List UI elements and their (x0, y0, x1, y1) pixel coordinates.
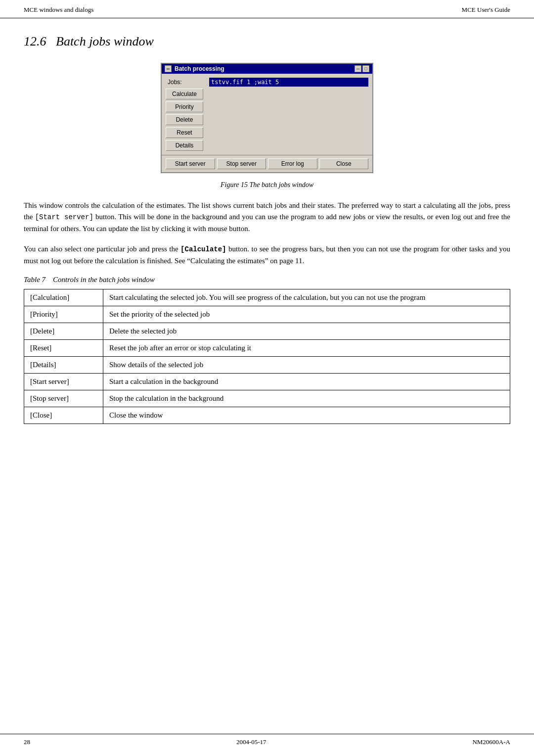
stop-server-button[interactable]: Stop server (217, 158, 267, 169)
calculate-ref: [Calculate] (180, 245, 226, 253)
header-left: MCE windows and dialogs (24, 6, 93, 14)
control-cell: [Details] (24, 357, 103, 374)
dialog-wrapper: ═ Batch processing ─ □ Jobs: (24, 63, 510, 173)
dialog-title: Batch processing (175, 65, 224, 72)
control-cell: [Reset] (24, 340, 103, 357)
control-cell: [Close] (24, 407, 103, 424)
paragraph-2: You can also select one particular job a… (24, 243, 510, 267)
desc-cell: Set the priority of the selected job (103, 306, 510, 323)
control-cell: [Delete] (24, 323, 103, 340)
maximize-button[interactable]: □ (362, 65, 369, 72)
reset-button[interactable]: Reset (166, 127, 203, 138)
table-row: [Priority] Set the priority of the selec… (24, 306, 510, 323)
table-row: [Calculation] Start calculating the sele… (24, 289, 510, 306)
details-button[interactable]: Details (166, 140, 203, 151)
dialog-footer: Start server Stop server Error log Close (162, 155, 372, 172)
priority-button[interactable]: Priority (166, 101, 203, 112)
controls-table: [Calculation] Start calculating the sele… (24, 289, 510, 424)
table-caption-prefix: Table 7 (24, 276, 45, 284)
close-button[interactable]: Close (319, 158, 369, 169)
desc-cell: Close the window (103, 407, 510, 424)
paragraph-1: This window controls the calculation of … (24, 200, 510, 235)
titlebar-left: ═ Batch processing (165, 65, 224, 72)
table-body: [Calculation] Start calculating the sele… (24, 289, 510, 424)
dialog-window: ═ Batch processing ─ □ Jobs: (161, 63, 373, 173)
desc-cell: Start a calculation in the background (103, 374, 510, 390)
desc-cell: Show details of the selected job (103, 357, 510, 374)
error-log-button[interactable]: Error log (268, 158, 317, 169)
dialog-titlebar: ═ Batch processing ─ □ (162, 64, 372, 74)
desc-cell: Start calculating the selected job. You … (103, 289, 510, 306)
sys-menu-button[interactable]: ═ (165, 65, 172, 72)
footer-date: 2004-05-17 (236, 738, 267, 746)
desc-cell: Delete the selected job (103, 323, 510, 340)
titlebar-controls: ─ □ (355, 65, 369, 72)
start-server-ref: [Start server] (35, 213, 93, 221)
table-caption-text: Controls in the batch jobs window (53, 276, 155, 284)
dialog-right-panel: tstvv.fif 1 ;wait 5 (209, 78, 368, 151)
table-caption: Table 7 Controls in the batch jobs windo… (24, 276, 510, 284)
desc-cell: Stop the calculation in the background (103, 390, 510, 407)
desc-cell: Reset the job after an error or stop cal… (103, 340, 510, 357)
control-cell: [Start server] (24, 374, 103, 390)
table-row: [Details] Show details of the selected j… (24, 357, 510, 374)
job-list-item[interactable]: tstvv.fif 1 ;wait 5 (209, 78, 368, 87)
control-cell: [Stop server] (24, 390, 103, 407)
control-cell: [Priority] (24, 306, 103, 323)
footer-page: 28 (24, 738, 30, 746)
jobs-label: Jobs: (166, 78, 205, 87)
section-title: 12.6 Batch jobs window (24, 34, 510, 49)
table-row: [Stop server] Stop the calculation in th… (24, 390, 510, 407)
page-content: 12.6 Batch jobs window ═ Batch processin… (0, 18, 534, 444)
figure-caption: Figure 15 The batch jobs window (24, 181, 510, 189)
control-cell: [Calculation] (24, 289, 103, 306)
calculate-button[interactable]: Calculate (166, 89, 203, 99)
header-right: MCE User's Guide (462, 6, 510, 14)
footer-doc: NM20600A-A (472, 738, 510, 746)
minimize-button[interactable]: ─ (355, 65, 361, 72)
table-row: [Start server] Start a calculation in th… (24, 374, 510, 390)
table-row: [Close] Close the window (24, 407, 510, 424)
page-header: MCE windows and dialogs MCE User's Guide (0, 0, 534, 18)
page-footer: 28 2004-05-17 NM20600A-A (0, 734, 534, 746)
table-row: [Delete] Delete the selected job (24, 323, 510, 340)
dialog-body: Jobs: Calculate Priority Delete Reset De… (162, 74, 372, 155)
start-server-button[interactable]: Start server (166, 158, 215, 169)
delete-button[interactable]: Delete (166, 114, 203, 125)
table-row: [Reset] Reset the job after an error or … (24, 340, 510, 357)
dialog-left-panel: Jobs: Calculate Priority Delete Reset De… (166, 78, 205, 151)
